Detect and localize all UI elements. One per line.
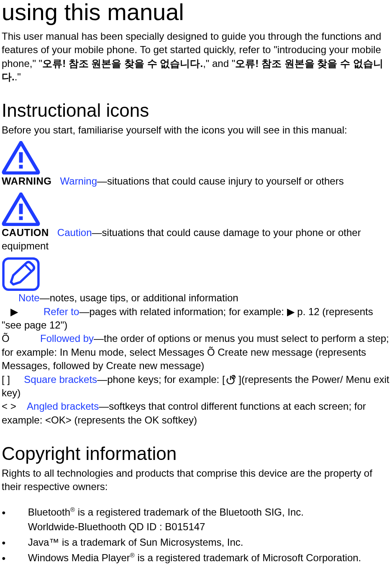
section-title-instructional-icons: Instructional icons bbox=[2, 100, 390, 121]
svg-rect-0 bbox=[19, 152, 23, 163]
copyright-lead: Rights to all technologies and products … bbox=[2, 467, 390, 494]
note-desc: —notes, usage tips, or additional inform… bbox=[40, 292, 238, 303]
warning-desc: —situations that could cause injury to y… bbox=[97, 175, 344, 187]
followed-by-line: Õ Followed by—the order of options or me… bbox=[2, 332, 390, 372]
angled-brackets-line: < > Angled brackets—softkeys that contro… bbox=[2, 400, 390, 427]
bullet-bluetooth-b: is a registered trademark of the Bluetoo… bbox=[75, 506, 304, 518]
section-title-copyright: Copyright information bbox=[2, 444, 390, 464]
intro-text-c: ," and " bbox=[203, 58, 235, 69]
intro-paragraph: This user manual has been specially desi… bbox=[2, 30, 390, 84]
svg-rect-4 bbox=[3, 259, 38, 290]
intro-error-ref-1: 오류! 참조 원본을 찾을 수 없습니다. bbox=[42, 58, 203, 69]
warning-block: WARNING Warning—situations that could ca… bbox=[2, 141, 390, 188]
followed-mid: Õ bbox=[207, 347, 215, 358]
svg-line-8 bbox=[232, 376, 235, 378]
warning-label: WARNING bbox=[2, 175, 52, 187]
bullet-wmp-sup: ® bbox=[130, 552, 135, 559]
warning-triangle-icon bbox=[2, 141, 40, 175]
note-block: Note—notes, usage tips, or additional in… bbox=[2, 257, 390, 305]
page-title-using: using this manual bbox=[2, 0, 390, 25]
followed-symbol: Õ bbox=[2, 333, 10, 344]
bullet-java-text: Java™ is a trademark of Sun Microsystems… bbox=[28, 537, 243, 548]
warning-term: Warning bbox=[60, 175, 97, 187]
svg-rect-3 bbox=[19, 216, 23, 220]
note-pencil-icon bbox=[2, 257, 40, 291]
bullet-bluetooth-sup: ® bbox=[70, 506, 75, 513]
warning-line: WARNING Warning—situations that could ca… bbox=[2, 175, 390, 188]
followed-term: Followed by bbox=[40, 333, 94, 344]
caution-block: CAUTION Caution—situations that could ca… bbox=[2, 193, 390, 253]
power-key-icon bbox=[225, 375, 236, 384]
square-brackets-line: [ ] Square brackets—phone keys; for exam… bbox=[2, 373, 390, 400]
caution-line: CAUTION Caution—situations that could ca… bbox=[2, 226, 390, 253]
bullet-wmp-a: Windows Media Player bbox=[28, 552, 130, 563]
note-line: Note—notes, usage tips, or additional in… bbox=[2, 292, 238, 303]
caution-label: CAUTION bbox=[2, 227, 49, 238]
refer-term: Refer to bbox=[44, 306, 79, 317]
svg-rect-1 bbox=[19, 165, 23, 169]
refer-arrow-icon: ▶ bbox=[2, 305, 27, 318]
svg-line-5 bbox=[25, 265, 31, 271]
square-term: Square brackets bbox=[24, 374, 97, 385]
square-symbol: [ ] bbox=[2, 374, 10, 385]
square-desc-a: —phone keys; for example: [ bbox=[97, 374, 225, 385]
bullet-java: Java™ is a trademark of Sun Microsystems… bbox=[2, 535, 390, 550]
caution-desc: —situations that could cause damage to y… bbox=[2, 227, 361, 252]
intro-text-e: ." bbox=[15, 71, 21, 82]
angled-term: Angled brackets bbox=[27, 401, 99, 412]
instructional-lead: Before you start, familiarise yourself w… bbox=[2, 123, 390, 137]
svg-rect-2 bbox=[19, 203, 23, 214]
bullet-bluetooth-sub: Worldwide-Bluethooth QD ID : B015147 bbox=[28, 521, 205, 532]
caution-term: Caution bbox=[57, 227, 92, 238]
document-page: using this manual This user manual has b… bbox=[0, 0, 392, 579]
bullet-wmp-b: is a registered trademark of Microsoft C… bbox=[135, 552, 361, 563]
copyright-bullet-list: Bluetooth® is a registered trademark of … bbox=[2, 505, 390, 565]
refer-to-line: ▶ Refer to—pages with related informatio… bbox=[2, 305, 390, 332]
bullet-bluetooth-a: Bluetooth bbox=[28, 506, 70, 518]
bullet-wmp: Windows Media Player® is a registered tr… bbox=[2, 551, 390, 565]
caution-triangle-icon bbox=[2, 193, 40, 226]
note-term: Note bbox=[18, 292, 40, 303]
angled-symbol: < > bbox=[2, 401, 16, 412]
bullet-bluetooth: Bluetooth® is a registered trademark of … bbox=[2, 505, 390, 534]
